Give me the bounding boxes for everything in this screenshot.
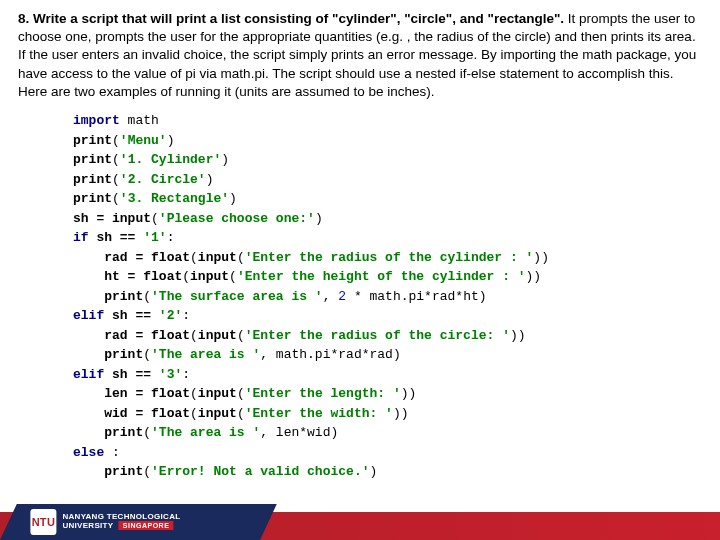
question-number: 8. [18,11,29,26]
question-text: 8. Write a script that will print a list… [18,10,702,101]
slide-content: 8. Write a script that will print a list… [0,0,720,482]
ntu-line2: UNIVERSITY [62,521,113,530]
footer-blue-block: NTU NANYANG TECHNOLOGICAL UNIVERSITY SIN… [0,504,277,540]
ntu-line1: NANYANG TECHNOLOGICAL [62,512,180,521]
ntu-text: NANYANG TECHNOLOGICAL UNIVERSITY SINGAPO… [62,513,180,531]
footer-logo-block: NTU NANYANG TECHNOLOGICAL UNIVERSITY SIN… [8,509,180,535]
code-block: import math print('Menu') print('1. Cyli… [73,111,702,482]
question-bold: Write a script that will print a list co… [33,11,564,26]
singapore-badge: SINGAPORE [119,521,174,530]
footer-bar: NTU NANYANG TECHNOLOGICAL UNIVERSITY SIN… [0,504,720,540]
ntu-crest-icon: NTU [30,509,56,535]
